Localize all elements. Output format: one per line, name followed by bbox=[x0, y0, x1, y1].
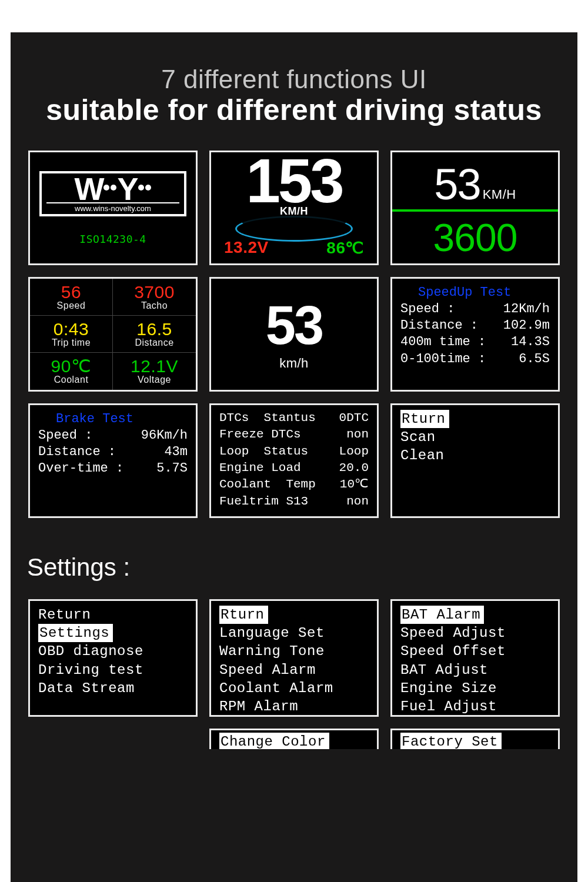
ui-grid: WY www.wins-novelty.com ISO14230-4 153 K… bbox=[11, 127, 577, 518]
menu-item[interactable]: Driving test bbox=[38, 661, 188, 679]
menu-item[interactable]: BAT Adjust bbox=[400, 661, 550, 679]
speed-value: 153 bbox=[211, 152, 377, 206]
cell-tacho: 3700Tacho bbox=[113, 279, 196, 316]
cell-voltage: 12.1VVoltage bbox=[113, 353, 196, 390]
solo-value: 53 bbox=[266, 298, 322, 352]
list-row: Distance :43m bbox=[38, 444, 188, 460]
hero-title: suitable for different driving status bbox=[11, 93, 577, 127]
menu-item[interactable]: Coolant Alarm bbox=[219, 679, 369, 697]
list-row: Speed :12Km/h bbox=[400, 301, 550, 318]
menu-item[interactable]: Speed Adjust bbox=[400, 624, 550, 642]
hero: 7 different functions UI suitable for di… bbox=[11, 32, 577, 127]
panel-speedup-test: SpeedUp Test Speed :12Km/h Distance :102… bbox=[390, 277, 560, 392]
menu-item[interactable]: OBD diagnose bbox=[38, 642, 188, 660]
list-row: 0-100time :6.5S bbox=[400, 351, 550, 368]
voltage-value: 13.2V bbox=[224, 238, 269, 258]
list-row: Over-time :5.7S bbox=[38, 460, 188, 477]
panel-six-grid: 56Speed 3700Tacho 0:43Trip time 16.5Dist… bbox=[28, 277, 198, 392]
settings-grid: Return Settings OBD diagnose Driving tes… bbox=[11, 582, 577, 717]
panel-dtc: DTCs Stantus0DTC Freeze DTCsnon Loop Sta… bbox=[209, 403, 379, 518]
list-row: Coolant Temp10℃ bbox=[219, 476, 369, 493]
menu-item[interactable]: Return bbox=[38, 606, 188, 624]
list-row: Freeze DTCsnon bbox=[219, 426, 369, 443]
cell-distance: 16.5Distance bbox=[113, 316, 196, 353]
menu-item[interactable]: Fuel Adjust bbox=[400, 697, 550, 716]
split-speed: 53 bbox=[434, 159, 480, 209]
logo-text: WY bbox=[46, 175, 179, 203]
split-bottom: 3600 bbox=[392, 212, 558, 263]
panel-split: 53 KM/H 3600 bbox=[390, 151, 560, 265]
brake-title: Brake Test bbox=[38, 411, 188, 427]
product-showcase: 7 different functions UI suitable for di… bbox=[11, 32, 577, 882]
cell-speed: 56Speed bbox=[30, 279, 113, 316]
panel-settings-menu: Rturn Language Set Warning Tone Speed Al… bbox=[209, 599, 379, 717]
menu-item[interactable]: Speed Offset bbox=[400, 642, 550, 660]
menu-item[interactable]: Speed Alarm bbox=[219, 661, 369, 679]
menu-item[interactable]: Change Color bbox=[219, 733, 329, 749]
menu-item[interactable]: Scan bbox=[400, 428, 550, 446]
menu-item[interactable]: Rturn bbox=[219, 606, 369, 624]
menu-item[interactable]: RPM Alarm bbox=[219, 697, 369, 716]
partial-row: Change Color Factory Set bbox=[11, 717, 577, 749]
menu-item[interactable]: Warning Tone bbox=[219, 642, 369, 660]
settings-heading: Settings : bbox=[11, 518, 577, 582]
menu-item[interactable]: Data Stream bbox=[38, 679, 188, 697]
panel-brake-test: Brake Test Speed :96Km/h Distance :43m O… bbox=[28, 403, 198, 518]
cell-coolant: 90℃Coolant bbox=[30, 353, 113, 390]
menu-item[interactable]: Language Set bbox=[219, 624, 369, 642]
panel-logo: WY www.wins-novelty.com ISO14230-4 bbox=[28, 151, 198, 265]
panel-speed-ring: 153 KM/H 13.2V 86℃ bbox=[209, 151, 379, 265]
list-row: Fueltrim S13non bbox=[219, 493, 369, 510]
solo-unit: km/h bbox=[279, 356, 309, 371]
split-rpm: 3600 bbox=[433, 215, 517, 260]
temp-value: 86℃ bbox=[326, 238, 364, 258]
panel-partial-2: Factory Set bbox=[390, 729, 560, 749]
speedup-title: SpeedUp Test bbox=[400, 285, 550, 301]
list-row: DTCs Stantus0DTC bbox=[219, 410, 369, 426]
hero-subtitle: 7 different functions UI bbox=[11, 65, 577, 94]
list-row: Engine Load20.0 bbox=[219, 460, 369, 476]
menu-item[interactable]: Factory Set bbox=[400, 733, 502, 749]
iso-code: ISO14230-4 bbox=[30, 233, 196, 245]
list-row: Loop StatusLoop bbox=[219, 443, 369, 460]
list-row: 400m time :14.3S bbox=[400, 334, 550, 350]
cell-triptime: 0:43Trip time bbox=[30, 316, 113, 353]
list-row: Speed :96Km/h bbox=[38, 427, 188, 444]
list-row: Distance :102.9m bbox=[400, 318, 550, 334]
menu-item[interactable]: Rturn bbox=[400, 410, 550, 428]
split-top: 53 KM/H bbox=[392, 152, 558, 209]
panel-partial-1: Change Color bbox=[209, 729, 379, 749]
menu-item[interactable]: BAT Alarm bbox=[400, 606, 550, 624]
menu-item[interactable]: Clean bbox=[400, 446, 550, 465]
logo-url: www.wins-novelty.com bbox=[46, 202, 179, 213]
menu-item[interactable]: Engine Size bbox=[400, 679, 550, 697]
split-speed-unit: KM/H bbox=[483, 187, 516, 209]
panel-settings-menu-2: BAT Alarm Speed Adjust Speed Offset BAT … bbox=[390, 599, 560, 717]
logo-box: WY www.wins-novelty.com bbox=[39, 171, 186, 216]
panel-dtc-menu: Rturn Scan Clean bbox=[390, 403, 560, 518]
panel-solo-speed: 53 km/h bbox=[209, 277, 379, 392]
menu-item[interactable]: Settings bbox=[38, 624, 188, 642]
bottom-readouts: 13.2V 86℃ bbox=[211, 238, 377, 258]
panel-main-menu: Return Settings OBD diagnose Driving tes… bbox=[28, 599, 198, 717]
